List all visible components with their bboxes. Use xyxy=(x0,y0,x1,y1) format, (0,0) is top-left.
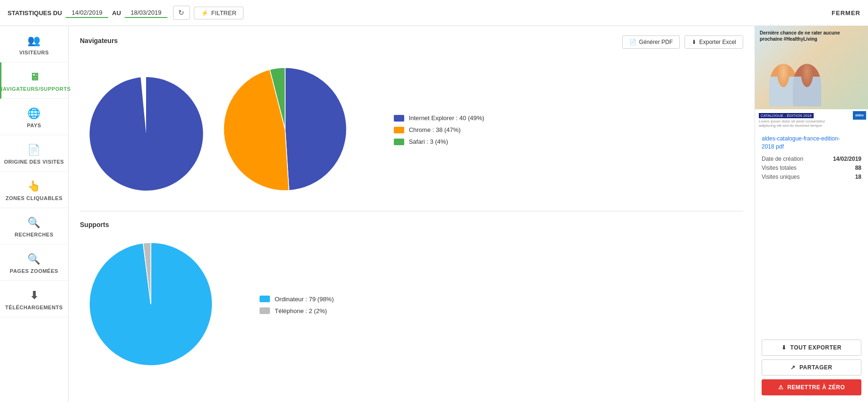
sidebar-label-telechargements: TÉLÉCHARGEMENTS xyxy=(5,305,63,310)
ordinateur-label: Ordinateur : 79 (98%) xyxy=(275,296,334,303)
export-icon: ⬇ xyxy=(781,344,787,351)
legend-item-ordinateur: Ordinateur : 79 (98%) xyxy=(260,296,334,303)
creation-value: 14/02/2019 xyxy=(833,156,861,162)
supports-pie-chart xyxy=(80,233,222,376)
au-label: AU xyxy=(112,9,121,17)
ie-label: Internet Explorer : 40 (49%) xyxy=(409,114,485,122)
doc-meta-creation: Date de création 14/02/2019 xyxy=(762,156,861,162)
tout-exporter-button[interactable]: ⬇ TOUT EXPORTER xyxy=(762,340,861,356)
recherches-icon: 🔍 xyxy=(27,217,41,229)
top-bar: STATISTIQUES DU AU ↻ ⚡ FILTRER FERMER xyxy=(0,0,868,26)
telephone-color xyxy=(260,307,270,314)
sidebar-label-recherches: RECHERCHES xyxy=(15,232,53,237)
generer-pdf-label: Générer PDF xyxy=(639,39,673,45)
pages-icon: 🔍 xyxy=(27,253,41,265)
visites-totales-key: Visites totales xyxy=(762,165,797,171)
sidebar-item-telechargements[interactable]: ⬇ TÉLÉCHARGEMENTS xyxy=(0,281,68,317)
visites-uniques-key: Visites uniques xyxy=(762,174,800,180)
filter-icon: ⚡ xyxy=(201,9,208,17)
supports-chart-row: Ordinateur : 79 (98%) Téléphone : 2 (2%) xyxy=(80,233,743,376)
sidebar-item-visiteurs[interactable]: 👥 VISITEURS xyxy=(0,26,68,62)
doc-title: aldes-catalogue-france-edition-2018 pdf xyxy=(762,135,861,151)
navigateurs-section: Navigateurs 📄 Générer PDF ⬇ Exporter Exc… xyxy=(80,35,743,211)
origine-icon: 📄 xyxy=(27,144,41,156)
sidebar-label-navigateurs: NAVIGATEURS/SUPPORTS xyxy=(0,86,71,92)
sidebar: 👥 VISITEURS 🖥 NAVIGATEURS/SUPPORTS 🌐 PAY… xyxy=(0,26,69,402)
sidebar-label-pages: PAGES ZOOMÉES xyxy=(10,268,58,274)
doc-meta-visites-totales: Visites totales 88 xyxy=(762,165,861,171)
visites-uniques-value: 18 xyxy=(855,174,861,180)
zones-icon: 👆 xyxy=(27,180,41,192)
hashtag-text: Dernière chance de ne rater aucuneprocha… xyxy=(760,30,840,42)
main-layout: 👥 VISITEURS 🖥 NAVIGATEURS/SUPPORTS 🌐 PAY… xyxy=(0,26,868,402)
doc-meta-visites-uniques: Visites uniques 18 xyxy=(762,174,861,180)
navigateurs-actions: 📄 Générer PDF ⬇ Exporter Excel xyxy=(622,35,743,49)
sidebar-label-visiteurs: VISITEURS xyxy=(19,50,49,55)
date-to-input[interactable] xyxy=(125,8,167,18)
right-panel-body: aldes-catalogue-france-edition-2018 pdf … xyxy=(755,130,868,335)
fermer-button[interactable]: FERMER xyxy=(832,9,860,17)
supports-legend: Ordinateur : 79 (98%) Téléphone : 2 (2%) xyxy=(260,296,334,315)
navigateurs-chart-row: Internet Explorer : 40 (49%) Chrome : 38… xyxy=(80,58,743,201)
generer-pdf-button[interactable]: 📄 Générer PDF xyxy=(622,35,680,49)
sidebar-item-recherches[interactable]: 🔍 RECHERCHES xyxy=(0,208,68,245)
navigateurs-svg xyxy=(214,58,356,200)
ie-color xyxy=(394,115,404,122)
filter-button[interactable]: ⚡ FILTRER xyxy=(194,7,243,19)
sidebar-label-zones: ZONES CLIQUABLES xyxy=(6,195,62,201)
exporter-excel-label: Exporter Excel xyxy=(699,39,736,45)
main-content: Navigateurs 📄 Générer PDF ⬇ Exporter Exc… xyxy=(69,26,755,402)
safari-color xyxy=(394,139,404,145)
legend-item-telephone: Téléphone : 2 (2%) xyxy=(260,307,334,315)
right-panel-actions: ⬇ TOUT EXPORTER ↗ PARTAGER ⚠ REMETTRE À … xyxy=(755,335,868,402)
excel-icon: ⬇ xyxy=(692,39,696,45)
chrome-label: Chrome : 38 (47%) xyxy=(409,126,461,133)
partager-label: PARTAGER xyxy=(799,364,833,371)
sidebar-item-navigateurs[interactable]: 🖥 NAVIGATEURS/SUPPORTS xyxy=(0,62,68,99)
pays-icon: 🌐 xyxy=(27,107,41,120)
sidebar-item-pages[interactable]: 🔍 PAGES ZOOMÉES xyxy=(0,245,68,281)
partager-icon: ↗ xyxy=(790,364,796,371)
pdf-icon: 📄 xyxy=(629,39,636,45)
ordinateur-color xyxy=(260,296,270,302)
refresh-button[interactable]: ↻ xyxy=(173,6,190,20)
safari-label: Safari : 3 (4%) xyxy=(409,138,448,145)
remettre-button[interactable]: ⚠ REMETTRE À ZÉRO xyxy=(762,379,861,395)
tout-exporter-label: TOUT EXPORTER xyxy=(790,344,842,351)
supports-section: Supports Ordinateur : 79 (98%) Téléphone… xyxy=(80,211,743,386)
chrome-color xyxy=(394,127,404,133)
catalogue-overlay: CATALOGUE - ÉDITION 2018 Lorem ipsum dol… xyxy=(755,109,868,130)
navigateurs-icon: 🖥 xyxy=(29,71,40,83)
sidebar-item-pays[interactable]: 🌐 PAYS xyxy=(0,99,68,135)
visiteurs-icon: 👥 xyxy=(27,35,41,47)
doc-preview-image: Dernière chance de ne rater aucuneprocha… xyxy=(755,26,868,130)
right-panel: Dernière chance de ne rater aucuneprocha… xyxy=(755,26,868,402)
stats-label: STATISTIQUES DU xyxy=(8,9,62,17)
legend-item-ie: Internet Explorer : 40 (49%) xyxy=(394,114,485,122)
sidebar-item-origine[interactable]: 📄 ORIGINE DES VISITES xyxy=(0,135,68,172)
date-from-input[interactable] xyxy=(66,8,108,18)
creation-key: Date de création xyxy=(762,156,803,162)
sidebar-label-origine: ORIGINE DES VISITES xyxy=(4,159,64,165)
exporter-excel-button[interactable]: ⬇ Exporter Excel xyxy=(685,35,743,49)
navigateurs-title: Navigateurs xyxy=(80,37,118,44)
catalogue-badge: CATALOGUE - ÉDITION 2018 xyxy=(759,113,814,118)
catalogue-description: Lorem ipsum dolor sit amet consecteturad… xyxy=(759,119,864,128)
brand-logo: aldes xyxy=(853,111,866,120)
warning-icon: ⚠ xyxy=(778,384,784,391)
legend-item-safari: Safari : 3 (4%) xyxy=(394,138,485,145)
partager-button[interactable]: ↗ PARTAGER xyxy=(762,359,861,376)
navigateurs-legend: Internet Explorer : 40 (49%) Chrome : 38… xyxy=(394,114,485,145)
legend-item-chrome: Chrome : 38 (47%) xyxy=(394,126,485,133)
visites-totales-value: 88 xyxy=(855,165,861,171)
remettre-label: REMETTRE À ZÉRO xyxy=(787,384,845,391)
supports-svg xyxy=(80,233,222,375)
telephone-label: Téléphone : 2 (2%) xyxy=(275,307,327,315)
supports-title: Supports xyxy=(80,221,109,228)
doc-title-text: aldes-catalogue-france-edition-2018 pdf xyxy=(762,135,840,150)
sidebar-item-zones[interactable]: 👆 ZONES CLIQUABLES xyxy=(0,172,68,208)
sidebar-label-pays: PAYS xyxy=(27,122,41,128)
telechargements-icon: ⬇ xyxy=(30,289,39,302)
navigateurs-pie-chart xyxy=(80,58,356,201)
filter-label: FILTRER xyxy=(211,9,236,17)
